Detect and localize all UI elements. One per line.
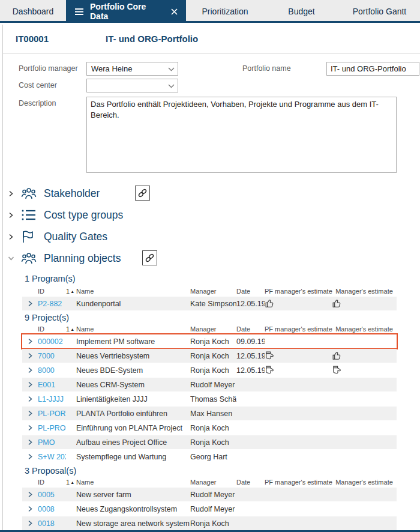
page-title: IT- und ORG-Portfolio bbox=[106, 34, 198, 44]
cost-center-select[interactable] bbox=[86, 79, 178, 92]
chevron-right-icon[interactable] bbox=[22, 506, 38, 512]
chevron-right-icon[interactable] bbox=[22, 352, 38, 359]
col-id[interactable]: ID bbox=[38, 288, 66, 295]
sort-indicator[interactable]: 1▲ bbox=[66, 288, 76, 295]
row-pf-estimate[interactable] bbox=[265, 298, 332, 309]
table-row: 0008Neues ZugangskontrollsystemRudolf Me… bbox=[22, 502, 397, 516]
row-id-link[interactable]: P2-882 bbox=[38, 300, 66, 308]
portfolio-manager-select[interactable]: Wera Heine bbox=[86, 62, 178, 76]
row-id-link[interactable]: 7000 bbox=[38, 352, 66, 360]
chevron-right-icon[interactable] bbox=[22, 338, 38, 345]
row-name: New server farm bbox=[76, 491, 190, 499]
col-name[interactable]: Name bbox=[76, 325, 190, 333]
row-id-link[interactable]: 0008 bbox=[38, 505, 66, 513]
row-manager-estimate[interactable] bbox=[332, 298, 397, 309]
core-data-form: Portfolio manager Wera Heine Cost center… bbox=[3, 53, 420, 186]
row-id-link[interactable]: 000002 bbox=[38, 337, 66, 346]
col-manager[interactable]: Manager bbox=[190, 288, 236, 295]
section-cost-type-groups[interactable]: Cost type groups bbox=[6, 208, 420, 222]
tab-label: Budget bbox=[288, 7, 314, 16]
chevron-right-icon[interactable] bbox=[6, 190, 16, 197]
col-name[interactable]: Name bbox=[76, 288, 190, 295]
chevron-down-icon[interactable] bbox=[6, 256, 16, 261]
tab-prioritization[interactable]: Prioritization bbox=[186, 0, 264, 23]
tab-dashboard[interactable]: Dashboard bbox=[0, 0, 66, 23]
row-id-link[interactable]: PL-PORTFO... bbox=[38, 410, 66, 418]
col-manager-estimate[interactable]: Manager's estimate bbox=[332, 288, 397, 295]
hamburger-icon[interactable] bbox=[74, 8, 84, 16]
row-pf-estimate[interactable] bbox=[265, 365, 332, 375]
chevron-right-icon[interactable] bbox=[22, 491, 38, 498]
chevron-right-icon[interactable] bbox=[6, 212, 16, 219]
row-manager: Max Hansen bbox=[190, 410, 236, 418]
description-textarea[interactable]: Das Portfolio enthält Projektideen, Vorh… bbox=[86, 97, 397, 173]
tab-portfolio-core-data[interactable]: Portfolio Core Data bbox=[66, 0, 186, 23]
chevron-right-icon[interactable] bbox=[6, 234, 16, 240]
col-id[interactable]: ID bbox=[38, 479, 66, 486]
row-name: Einführung von PLANTA Project bbox=[76, 424, 190, 432]
row-id-link[interactable]: S+W 20XX bbox=[38, 453, 66, 461]
row-id-link[interactable]: E001 bbox=[38, 381, 66, 389]
tab-portfolio-gantt[interactable]: Portfolio Gantt bbox=[339, 0, 420, 23]
chevron-right-icon[interactable] bbox=[22, 300, 38, 307]
sort-indicator[interactable]: 1▲ bbox=[66, 479, 76, 486]
col-manager[interactable]: Manager bbox=[190, 479, 236, 486]
row-pf-estimate[interactable] bbox=[265, 351, 332, 361]
chevron-right-icon[interactable] bbox=[22, 410, 38, 417]
cost-center-label: Cost center bbox=[19, 81, 57, 89]
col-date[interactable]: Date bbox=[236, 325, 265, 333]
row-manager-estimate[interactable] bbox=[332, 365, 397, 375]
portfolio-manager-label: Portfolio manager bbox=[19, 64, 78, 73]
chevron-right-icon bbox=[28, 367, 33, 373]
row-manager: Georg Hart bbox=[190, 453, 236, 461]
chevron-right-icon[interactable] bbox=[22, 396, 38, 402]
sort-indicator[interactable]: 1▲ bbox=[66, 325, 76, 333]
row-id-link[interactable]: PL-PROJECT bbox=[38, 424, 66, 432]
row-id-link[interactable]: 0018 bbox=[38, 519, 66, 528]
col-date[interactable]: Date bbox=[236, 479, 265, 486]
section-stakeholder[interactable]: Stakeholder bbox=[6, 186, 420, 201]
table-row: 7000Neues VertriebsystemRonja Koch12.05.… bbox=[22, 349, 397, 363]
portfolio-name-input[interactable] bbox=[326, 62, 419, 76]
col-id[interactable]: ID bbox=[38, 325, 66, 333]
col-name[interactable]: Name bbox=[76, 479, 190, 486]
col-manager-estimate[interactable]: Manager's estimate bbox=[332, 479, 397, 486]
chevron-right-icon[interactable] bbox=[22, 453, 38, 460]
row-id-link[interactable]: 0005 bbox=[38, 491, 66, 499]
chevron-down-icon bbox=[168, 84, 175, 88]
close-icon[interactable] bbox=[171, 8, 178, 15]
row-name: Neues Zugangskontrollsystem bbox=[76, 505, 190, 513]
list-icon bbox=[21, 208, 37, 222]
content-pane: IT00001 IT- und ORG-Portfolio Portfolio … bbox=[2, 25, 420, 530]
tab-budget[interactable]: Budget bbox=[264, 0, 339, 23]
col-pf-estimate[interactable]: PF manager's estimate bbox=[265, 288, 332, 295]
col-pf-estimate[interactable]: PF manager's estimate bbox=[265, 479, 332, 486]
chevron-right-icon[interactable] bbox=[22, 425, 38, 431]
col-manager-estimate[interactable]: Manager's estimate bbox=[332, 325, 397, 333]
chevron-right-icon[interactable] bbox=[22, 520, 38, 527]
link-button[interactable] bbox=[135, 186, 150, 201]
section-quality-gates[interactable]: Quality Gates bbox=[6, 229, 420, 244]
row-manager-estimate[interactable] bbox=[332, 351, 397, 361]
col-pf-estimate[interactable]: PF manager's estimate bbox=[265, 325, 332, 333]
section-label: Stakeholder bbox=[44, 187, 100, 200]
thumb-up-icon bbox=[265, 298, 332, 309]
table-header-row: ID1▲NameManagerDatePF manager's estimate… bbox=[22, 287, 397, 295]
chevron-right-icon[interactable] bbox=[22, 367, 38, 373]
table-row: 8000Neues BDE-SystemRonja Koch12.05.19 bbox=[22, 363, 397, 377]
row-date: 12.05.19 bbox=[236, 300, 265, 308]
portfolio-app: DashboardPortfolio Core DataPrioritizati… bbox=[0, 0, 420, 532]
row-name: Neues Vertriebsystem bbox=[76, 352, 190, 360]
row-id-link[interactable]: 8000 bbox=[38, 366, 66, 375]
thumb-neutral-icon bbox=[265, 365, 332, 375]
row-id-link[interactable]: PMO bbox=[38, 438, 66, 447]
row-id-link[interactable]: L1-JJJJ bbox=[38, 395, 66, 404]
chevron-right-icon[interactable] bbox=[22, 439, 38, 446]
link-button[interactable] bbox=[142, 250, 157, 265]
section-planning-objects[interactable]: Planning objects bbox=[6, 251, 420, 265]
chevron-right-icon[interactable] bbox=[22, 381, 38, 388]
col-manager[interactable]: Manager bbox=[190, 325, 236, 333]
row-manager: Kate Simpson bbox=[190, 300, 236, 308]
col-date[interactable]: Date bbox=[236, 288, 265, 295]
row-manager: Rudolf Meyer bbox=[190, 381, 236, 389]
